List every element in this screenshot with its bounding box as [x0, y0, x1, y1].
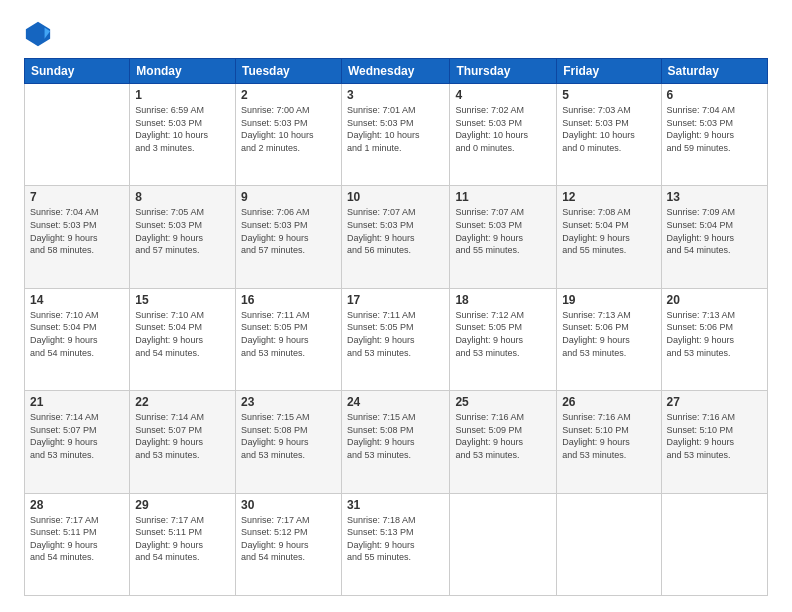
day-number: 18	[455, 293, 551, 307]
day-info: Sunrise: 7:11 AM Sunset: 5:05 PM Dayligh…	[241, 309, 336, 359]
day-info: Sunrise: 7:06 AM Sunset: 5:03 PM Dayligh…	[241, 206, 336, 256]
calendar-cell: 4Sunrise: 7:02 AM Sunset: 5:03 PM Daylig…	[450, 84, 557, 186]
calendar-cell: 30Sunrise: 7:17 AM Sunset: 5:12 PM Dayli…	[235, 493, 341, 595]
day-number: 21	[30, 395, 124, 409]
weekday-header: Saturday	[661, 59, 767, 84]
day-info: Sunrise: 7:12 AM Sunset: 5:05 PM Dayligh…	[455, 309, 551, 359]
page: SundayMondayTuesdayWednesdayThursdayFrid…	[0, 0, 792, 612]
calendar-cell: 3Sunrise: 7:01 AM Sunset: 5:03 PM Daylig…	[341, 84, 449, 186]
calendar-cell: 2Sunrise: 7:00 AM Sunset: 5:03 PM Daylig…	[235, 84, 341, 186]
day-number: 16	[241, 293, 336, 307]
day-info: Sunrise: 7:16 AM Sunset: 5:10 PM Dayligh…	[667, 411, 762, 461]
weekday-header: Thursday	[450, 59, 557, 84]
day-number: 31	[347, 498, 444, 512]
day-number: 11	[455, 190, 551, 204]
day-info: Sunrise: 7:07 AM Sunset: 5:03 PM Dayligh…	[347, 206, 444, 256]
day-number: 23	[241, 395, 336, 409]
day-number: 26	[562, 395, 655, 409]
calendar-body: 1Sunrise: 6:59 AM Sunset: 5:03 PM Daylig…	[25, 84, 768, 596]
logo-icon	[24, 20, 52, 48]
day-info: Sunrise: 7:03 AM Sunset: 5:03 PM Dayligh…	[562, 104, 655, 154]
weekday-header: Monday	[130, 59, 236, 84]
day-info: Sunrise: 7:10 AM Sunset: 5:04 PM Dayligh…	[30, 309, 124, 359]
day-number: 3	[347, 88, 444, 102]
calendar-cell: 14Sunrise: 7:10 AM Sunset: 5:04 PM Dayli…	[25, 288, 130, 390]
day-info: Sunrise: 7:11 AM Sunset: 5:05 PM Dayligh…	[347, 309, 444, 359]
day-info: Sunrise: 6:59 AM Sunset: 5:03 PM Dayligh…	[135, 104, 230, 154]
day-info: Sunrise: 7:17 AM Sunset: 5:11 PM Dayligh…	[135, 514, 230, 564]
day-info: Sunrise: 7:14 AM Sunset: 5:07 PM Dayligh…	[135, 411, 230, 461]
calendar-cell: 8Sunrise: 7:05 AM Sunset: 5:03 PM Daylig…	[130, 186, 236, 288]
day-info: Sunrise: 7:09 AM Sunset: 5:04 PM Dayligh…	[667, 206, 762, 256]
calendar-cell: 6Sunrise: 7:04 AM Sunset: 5:03 PM Daylig…	[661, 84, 767, 186]
calendar-cell: 29Sunrise: 7:17 AM Sunset: 5:11 PM Dayli…	[130, 493, 236, 595]
day-info: Sunrise: 7:14 AM Sunset: 5:07 PM Dayligh…	[30, 411, 124, 461]
calendar-cell: 17Sunrise: 7:11 AM Sunset: 5:05 PM Dayli…	[341, 288, 449, 390]
calendar-cell: 18Sunrise: 7:12 AM Sunset: 5:05 PM Dayli…	[450, 288, 557, 390]
calendar-week-row: 14Sunrise: 7:10 AM Sunset: 5:04 PM Dayli…	[25, 288, 768, 390]
day-info: Sunrise: 7:16 AM Sunset: 5:09 PM Dayligh…	[455, 411, 551, 461]
calendar-week-row: 21Sunrise: 7:14 AM Sunset: 5:07 PM Dayli…	[25, 391, 768, 493]
day-number: 28	[30, 498, 124, 512]
calendar-week-row: 28Sunrise: 7:17 AM Sunset: 5:11 PM Dayli…	[25, 493, 768, 595]
calendar-cell: 23Sunrise: 7:15 AM Sunset: 5:08 PM Dayli…	[235, 391, 341, 493]
calendar-cell: 11Sunrise: 7:07 AM Sunset: 5:03 PM Dayli…	[450, 186, 557, 288]
calendar-cell: 12Sunrise: 7:08 AM Sunset: 5:04 PM Dayli…	[557, 186, 661, 288]
day-number: 10	[347, 190, 444, 204]
calendar-week-row: 7Sunrise: 7:04 AM Sunset: 5:03 PM Daylig…	[25, 186, 768, 288]
calendar-cell: 21Sunrise: 7:14 AM Sunset: 5:07 PM Dayli…	[25, 391, 130, 493]
weekday-header: Tuesday	[235, 59, 341, 84]
day-number: 20	[667, 293, 762, 307]
weekday-header: Wednesday	[341, 59, 449, 84]
day-info: Sunrise: 7:17 AM Sunset: 5:12 PM Dayligh…	[241, 514, 336, 564]
day-info: Sunrise: 7:17 AM Sunset: 5:11 PM Dayligh…	[30, 514, 124, 564]
calendar-week-row: 1Sunrise: 6:59 AM Sunset: 5:03 PM Daylig…	[25, 84, 768, 186]
weekday-header: Friday	[557, 59, 661, 84]
day-number: 30	[241, 498, 336, 512]
logo	[24, 20, 56, 48]
calendar-header-row: SundayMondayTuesdayWednesdayThursdayFrid…	[25, 59, 768, 84]
calendar-cell: 20Sunrise: 7:13 AM Sunset: 5:06 PM Dayli…	[661, 288, 767, 390]
day-number: 2	[241, 88, 336, 102]
calendar-cell: 16Sunrise: 7:11 AM Sunset: 5:05 PM Dayli…	[235, 288, 341, 390]
day-info: Sunrise: 7:10 AM Sunset: 5:04 PM Dayligh…	[135, 309, 230, 359]
day-number: 6	[667, 88, 762, 102]
calendar-cell: 15Sunrise: 7:10 AM Sunset: 5:04 PM Dayli…	[130, 288, 236, 390]
day-number: 1	[135, 88, 230, 102]
day-number: 17	[347, 293, 444, 307]
day-info: Sunrise: 7:13 AM Sunset: 5:06 PM Dayligh…	[562, 309, 655, 359]
day-number: 19	[562, 293, 655, 307]
day-info: Sunrise: 7:02 AM Sunset: 5:03 PM Dayligh…	[455, 104, 551, 154]
calendar-cell: 27Sunrise: 7:16 AM Sunset: 5:10 PM Dayli…	[661, 391, 767, 493]
day-info: Sunrise: 7:18 AM Sunset: 5:13 PM Dayligh…	[347, 514, 444, 564]
day-info: Sunrise: 7:15 AM Sunset: 5:08 PM Dayligh…	[347, 411, 444, 461]
weekday-header: Sunday	[25, 59, 130, 84]
day-number: 22	[135, 395, 230, 409]
calendar-cell: 25Sunrise: 7:16 AM Sunset: 5:09 PM Dayli…	[450, 391, 557, 493]
day-info: Sunrise: 7:13 AM Sunset: 5:06 PM Dayligh…	[667, 309, 762, 359]
calendar-cell: 31Sunrise: 7:18 AM Sunset: 5:13 PM Dayli…	[341, 493, 449, 595]
day-number: 9	[241, 190, 336, 204]
calendar-header: SundayMondayTuesdayWednesdayThursdayFrid…	[25, 59, 768, 84]
calendar-cell	[25, 84, 130, 186]
header	[24, 20, 768, 48]
day-info: Sunrise: 7:07 AM Sunset: 5:03 PM Dayligh…	[455, 206, 551, 256]
calendar-cell: 22Sunrise: 7:14 AM Sunset: 5:07 PM Dayli…	[130, 391, 236, 493]
calendar-cell: 10Sunrise: 7:07 AM Sunset: 5:03 PM Dayli…	[341, 186, 449, 288]
day-number: 24	[347, 395, 444, 409]
day-number: 14	[30, 293, 124, 307]
calendar-cell: 5Sunrise: 7:03 AM Sunset: 5:03 PM Daylig…	[557, 84, 661, 186]
calendar-cell	[450, 493, 557, 595]
day-info: Sunrise: 7:00 AM Sunset: 5:03 PM Dayligh…	[241, 104, 336, 154]
day-info: Sunrise: 7:08 AM Sunset: 5:04 PM Dayligh…	[562, 206, 655, 256]
day-info: Sunrise: 7:01 AM Sunset: 5:03 PM Dayligh…	[347, 104, 444, 154]
calendar-cell	[557, 493, 661, 595]
day-number: 4	[455, 88, 551, 102]
day-info: Sunrise: 7:05 AM Sunset: 5:03 PM Dayligh…	[135, 206, 230, 256]
day-number: 15	[135, 293, 230, 307]
calendar-cell: 7Sunrise: 7:04 AM Sunset: 5:03 PM Daylig…	[25, 186, 130, 288]
calendar-cell: 24Sunrise: 7:15 AM Sunset: 5:08 PM Dayli…	[341, 391, 449, 493]
calendar-cell: 26Sunrise: 7:16 AM Sunset: 5:10 PM Dayli…	[557, 391, 661, 493]
day-number: 27	[667, 395, 762, 409]
calendar-cell: 9Sunrise: 7:06 AM Sunset: 5:03 PM Daylig…	[235, 186, 341, 288]
